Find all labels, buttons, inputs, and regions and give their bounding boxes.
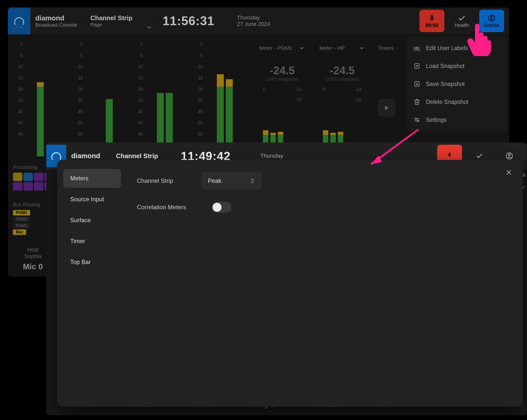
bus-chip[interactable]: PGM2 <box>13 216 30 222</box>
setting-label: Correlation Meters <box>137 204 202 211</box>
app-subtitle: Broadcast Console <box>35 22 85 28</box>
chevron-down-icon <box>146 24 152 31</box>
lufs-meter-hp: Meter - HP -24.5 LUFS Integrated 0-14 -1… <box>313 39 371 159</box>
svg-text:ABC: ABC <box>413 46 420 50</box>
svg-text:LAWO: LAWO <box>13 26 22 27</box>
top-bar: LAWO diamond Broadcast Console Channel S… <box>8 7 509 34</box>
mic-icon <box>445 152 454 160</box>
svg-point-17 <box>508 154 510 156</box>
app-name: diamond <box>35 14 85 22</box>
date-day: Thursday <box>237 14 297 21</box>
abc-icon: ABC <box>413 45 420 52</box>
record-button[interactable]: 00:50 <box>419 10 444 32</box>
setting-correlation-meters: Correlation Meters <box>137 202 513 213</box>
date-block: Thursday 27 June 2024 <box>232 14 297 27</box>
upload-icon <box>413 63 420 70</box>
record-label: 00:50 <box>425 22 438 28</box>
meter-bars <box>37 47 53 156</box>
timer-play-button[interactable] <box>378 99 395 117</box>
settings-dialog: Meters Source Input Surface Timer Top Ba… <box>57 160 523 407</box>
close-icon <box>505 169 512 176</box>
topright-buttons: 00:50 Health Sophia <box>419 10 509 32</box>
date-day: Thursday <box>260 153 305 159</box>
lufs-title: Meter - HP <box>319 45 345 51</box>
annotation-arrow-icon <box>366 127 421 167</box>
settings-tab-source-input[interactable]: Source Input <box>63 190 121 209</box>
correlation-meters-toggle[interactable] <box>212 202 232 213</box>
check-icon <box>475 152 484 160</box>
processing-chip[interactable] <box>23 173 33 181</box>
mic-icon <box>428 14 436 22</box>
channel-meter-1: 0 5 10 15 20 30 40 50 60 <box>13 39 71 159</box>
bus-chip[interactable]: PGM1 <box>13 210 30 215</box>
page-title: Channel Strip <box>116 152 176 160</box>
settings-content: Channel Strip Peak Correlation Meters <box>127 160 523 407</box>
close-button[interactable] <box>504 167 514 177</box>
menu-load-snapshot[interactable]: Load Snapshot <box>410 57 504 75</box>
processing-chip[interactable] <box>13 173 22 181</box>
front-window: diamond Channel Strip 11:49:42 Thursday … <box>46 142 527 415</box>
page-title: Channel Strip <box>90 14 157 22</box>
check-icon <box>458 14 466 22</box>
bus-chip[interactable]: Rec <box>13 229 26 235</box>
app-title-block: diamond Broadcast Console <box>30 14 85 28</box>
menu-settings[interactable]: Settings <box>410 111 504 129</box>
download-icon <box>413 80 420 87</box>
settings-tab-surface[interactable]: Surface <box>63 211 121 230</box>
svg-marker-3 <box>385 106 389 110</box>
clock: 11:56:31 <box>157 14 232 28</box>
lufs-subtitle: LUFS Integrated <box>255 77 309 82</box>
processing-chip[interactable] <box>34 182 43 191</box>
svg-point-2 <box>491 16 493 18</box>
menu-delete-snapshot[interactable]: Delete Snapshot <box>410 93 504 111</box>
settings-tab-meters[interactable]: Meters <box>63 169 121 188</box>
svg-point-10 <box>415 118 417 120</box>
chevron-down-icon <box>358 45 365 51</box>
clock-time: 11:56:31 <box>163 14 232 28</box>
lufs-header[interactable]: Meter - PGM1 <box>255 42 309 54</box>
channel-meter-3: 0510152030405060 <box>133 39 191 159</box>
timers-header[interactable]: Timers <box>375 42 400 54</box>
lufs-title: Meter - PGM1 <box>259 45 292 51</box>
lawo-logo-icon: LAWO <box>13 15 25 27</box>
user-icon <box>505 152 514 160</box>
chevron-down-icon <box>298 45 305 51</box>
channel-meter-4: 0510152030405060 <box>193 39 251 159</box>
settings-sidebar: Meters Source Input Surface Timer Top Ba… <box>57 160 127 407</box>
app-name: diamond <box>71 152 111 160</box>
menu-save-snapshot[interactable]: Save Snapshot <box>410 75 504 93</box>
trash-icon <box>413 98 420 105</box>
lufs-meter-pgm1: Meter - PGM1 -24.5 LUFS Integrated 0-14 … <box>253 39 311 159</box>
channel-strip-select[interactable]: Peak <box>202 172 261 189</box>
chevron-right-icon <box>395 45 398 51</box>
settings-tab-top-bar[interactable]: Top Bar <box>63 253 121 272</box>
page-selector[interactable]: Channel Strip Page <box>85 14 157 28</box>
updown-icon <box>250 177 255 185</box>
lufs-header[interactable]: Meter - HP <box>315 42 369 54</box>
svg-point-13 <box>417 120 419 122</box>
processing-chip[interactable] <box>13 182 22 191</box>
setting-label: Channel Strip <box>137 177 192 184</box>
meter-scale: 0 5 10 15 20 30 40 50 60 <box>15 42 23 137</box>
processing-chip[interactable] <box>34 173 43 181</box>
bus-chip[interactable]: PGM3 <box>13 223 30 228</box>
select-value: Peak <box>208 177 222 184</box>
channel-meter-2: 0510152030405060 <box>73 39 131 159</box>
toggle-knob <box>213 203 222 212</box>
settings-tab-timer[interactable]: Timer <box>63 232 121 251</box>
annotation-hand-cursor-icon <box>466 21 493 56</box>
date-full: 27 June 2024 <box>237 21 297 27</box>
setting-channel-strip: Channel Strip Peak <box>137 172 513 189</box>
processing-chip[interactable] <box>23 182 33 191</box>
sliders-icon <box>413 116 420 123</box>
logo-brand: LAWO <box>8 7 30 34</box>
lufs-value: -24.5 <box>255 64 309 77</box>
